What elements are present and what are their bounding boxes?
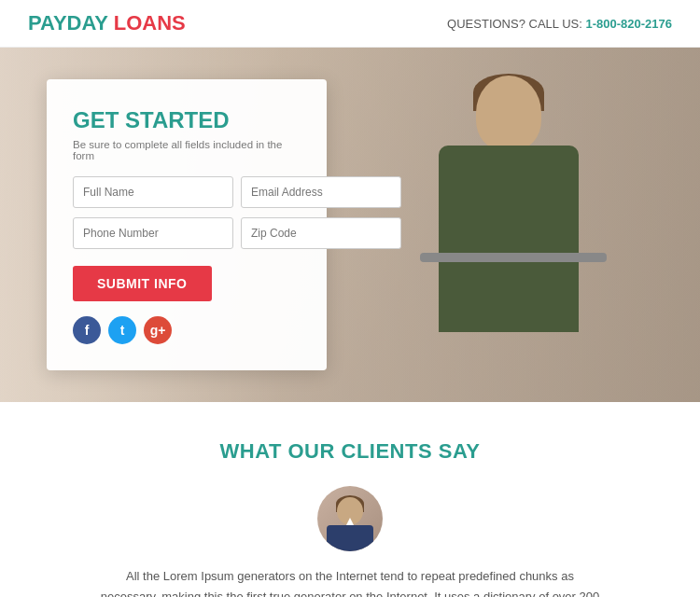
facebook-icon[interactable]: f — [73, 316, 101, 344]
form-subtitle: Be sure to complete all fields included … — [73, 139, 301, 161]
contact-label: QUESTIONS? CALL US: — [447, 17, 582, 31]
submit-button[interactable]: SUBMIT INFO — [73, 266, 212, 301]
hero-section: GET STARTED Be sure to complete all fiel… — [0, 48, 700, 402]
header-contact: QUESTIONS? CALL US: 1-800-820-2176 — [447, 17, 672, 31]
twitter-icon[interactable]: t — [108, 316, 136, 344]
form-row-2 — [73, 217, 301, 249]
site-logo: PAYDAY LOANS — [28, 11, 186, 35]
testimonial-body: All the Lorem Ipsum generators on the In… — [98, 566, 602, 597]
header: PAYDAY LOANS QUESTIONS? CALL US: 1-800-8… — [0, 0, 700, 48]
person-body — [439, 146, 579, 332]
person-head — [476, 76, 541, 150]
hero-person-figure — [364, 66, 644, 383]
testimonial-title: WHAT OUR CLIENTS SAY — [56, 439, 644, 464]
logo-loans: LOANS — [114, 11, 186, 35]
fullname-input[interactable] — [73, 176, 233, 208]
form-title: GET STARTED — [73, 107, 301, 133]
social-icons-row: f t g+ — [73, 316, 301, 344]
phone-input[interactable] — [73, 217, 233, 249]
testimonial-avatar — [317, 486, 383, 551]
google-plus-icon[interactable]: g+ — [144, 316, 172, 344]
phone-number[interactable]: 1-800-820-2176 — [585, 17, 672, 31]
avatar-body — [327, 525, 373, 551]
form-row-1 — [73, 176, 301, 208]
testimonial-section: WHAT OUR CLIENTS SAY All the Lorem Ipsum… — [0, 402, 700, 597]
logo-payday: PAYDAY — [28, 11, 108, 35]
email-input[interactable] — [241, 176, 401, 208]
person-laptop — [420, 253, 607, 262]
zip-input[interactable] — [241, 217, 401, 249]
form-card: GET STARTED Be sure to complete all fiel… — [47, 79, 327, 370]
